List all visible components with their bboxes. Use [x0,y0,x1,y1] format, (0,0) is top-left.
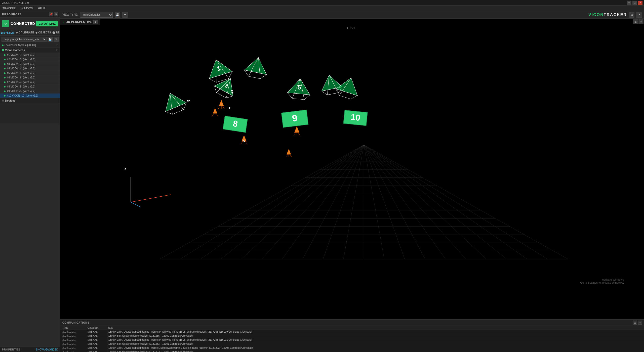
properties-label: PROPERTIES [2,348,21,351]
window-controls: ─ □ ✕ [627,1,642,5]
camera-dot [4,95,6,97]
system-tab-icon: ⊞ [1,31,3,34]
devices-header[interactable]: Devices [0,98,60,103]
maximize-button[interactable]: □ [632,1,637,5]
profile-save-button[interactable]: 💾 [48,37,53,42]
properties-bar: PROPERTIES SHOW ADVANCED [0,347,60,352]
log-category: MkSHAL [88,346,108,349]
app-title: VICON TRACKER 3.0 [2,1,29,4]
comms-expand-button[interactable]: ⊞ [633,321,637,325]
camera-name: #2 VICON -2- (Vero v2.2) [7,58,35,61]
log-time: 2023.02.2... [62,338,88,341]
tab-calibrate[interactable]: ◈ CALIBRATE [15,30,35,35]
vicon-cameras-label: Vicon Cameras [5,49,25,52]
close-toolbar-button[interactable]: ✕ [636,12,642,18]
camera-name: #9 VICON -9- (Vero v2.2) [7,90,35,93]
view-type-select[interactable]: initialCalibration [80,12,113,18]
camera-name: #6 VICON -6- (Vero v2.2) [7,76,35,79]
live-label: LIVE [347,26,357,30]
camera-name: #3 VICON -3- (Vero v2.2) [7,63,35,65]
communications-log-row[interactable]: 2023.02.2... MkSHAL [1809]> Error, Devic… [60,346,644,350]
go-offline-button[interactable]: GO OFFLINE [36,21,58,26]
minimize-button[interactable]: ─ [627,1,631,5]
communications-table-header: Time Category Text [60,326,644,330]
camera-item[interactable]: #4 VICON -4- (Vero v2.2) [0,66,60,71]
menu-help[interactable]: HELP [37,6,46,10]
camera-item[interactable]: #9 VICON -9- (Vero v2.2) [0,89,60,94]
camera-item[interactable]: #2 VICON -2- (Vero v2.2) [0,57,60,62]
camera-item[interactable]: #8 VICON -8- (Vero v2.2) [0,84,60,89]
viewport-expand-button[interactable]: ⊞ [633,19,638,24]
tab-objects-label: OBJECTS [38,31,51,34]
log-category: MkSHAL [88,350,108,352]
camera-item-selected[interactable]: #10 VICON -10- (Vero v2.2) [0,94,60,98]
communications-log-row[interactable]: 2023.02.2... MkSHAL [1809]> Soft resetti… [60,334,644,338]
log-time: 2023.02.2... [62,346,88,349]
menu-window[interactable]: WINDOW [20,6,34,10]
communications-panel: COMMUNICATIONS ⊞ ✕ Time Category Text 20… [60,319,644,352]
log-category: MkSHAL [88,342,108,345]
tab-system[interactable]: ⊞ SYSTEM [0,30,15,35]
local-vicon-system-left: Local Vicon System [300Hz] [2,44,36,47]
communications-log[interactable]: 2023.02.2... MkSHAL [1809]> Error, Devic… [60,330,644,352]
camera-item[interactable]: #3 VICON -3- (Vero v2.2) [0,62,60,66]
resources-pin-button[interactable]: 📌 [49,12,53,16]
perspective-check-icon: ✓ [62,20,65,24]
svg-point-0 [4,22,7,25]
text-column-header: Text [108,326,642,329]
tab-objects[interactable]: ◆ OBJECTS [35,30,52,35]
devices-dot [2,100,4,102]
communications-log-row[interactable]: 2023.02.2... MkSHAL [1809]> Soft resetti… [60,342,644,346]
camera-dot [4,54,6,56]
show-advanced-button[interactable]: SHOW ADVANCED [36,348,58,351]
profile-arrow-button[interactable]: ▼ [54,37,59,42]
comms-close-button[interactable]: ✕ [638,321,642,325]
menu-tracker[interactable]: TRACKER [2,6,17,10]
camera-item[interactable]: #6 VICON -6- (Vero v2.2) [0,75,60,80]
layout-button[interactable]: ⊞ [629,12,634,18]
communications-log-row[interactable]: 2023.02.2... MkSHAL [1809]> Error, Devic… [60,330,644,334]
vicon-cameras-header[interactable]: Vicon Cameras ▼ [0,48,60,53]
camera-item[interactable]: #1 VICON -1- (Vero v2.2) [0,53,60,57]
communications-log-row[interactable]: 2023.02.2... MkSHAL [1809]> Soft resetti… [60,350,644,352]
profile-select[interactable]: prophysics_inbetriebname_felix [2,37,47,42]
resources-close-button[interactable]: ✕ [54,12,58,16]
communications-title: COMMUNICATIONS [62,321,89,324]
log-category: MkSHAL [88,338,108,341]
local-vicon-system-header[interactable]: Local Vicon System [300Hz] ▼ [0,43,60,48]
local-vicon-arrow-icon: ▼ [56,44,58,47]
connected-icon [2,20,9,27]
log-text: [1809]> Soft resetting frame receiver [2… [108,334,642,337]
resources-header: RESOURCES 📌 ✕ [0,11,60,18]
camera-list: #1 VICON -1- (Vero v2.2) #2 VICON -2- (V… [0,53,60,98]
3d-scene-canvas[interactable] [60,19,644,319]
save-view-button[interactable]: 💾 [115,12,120,18]
log-text: [1809]> Soft resetting frame receiver [2… [108,342,642,345]
camera-item[interactable]: #7 VICON -7- (Vero v2.2) [0,80,60,84]
cameras-section-left: Vicon Cameras [2,49,25,52]
camera-dot [4,77,6,78]
tabs-bar: ⊞ SYSTEM ◈ CALIBRATE ◆ OBJECTS ⬤ RECORDI… [0,30,60,36]
log-text: [1809]> Error, Device skipped frames - f… [108,330,642,333]
view-type-label: VIEW TYPE: [62,13,78,16]
camera-dot [4,81,6,83]
right-area: VIEW TYPE: initialCalibration 💾 ▼ VICONT… [60,11,644,352]
log-category: MkSHAL [88,334,108,337]
viewport-settings-button[interactable]: ⚙ [93,20,98,24]
camera-item[interactable]: #5 VICON -5- (Vero v2.2) [0,71,60,75]
perspective-label: 3D PERSPECTIVE [66,20,92,23]
viewport-header: ✓ 3D PERSPECTIVE ⚙ [60,19,100,25]
cameras-section-arrow-icon: ▼ [56,49,58,52]
communications-controls: ⊞ ✕ [633,321,642,325]
connected-indicator: CONNECTED [2,20,35,27]
windows-activate-line2: Go to Settings to activate Windows. [580,281,624,284]
connection-status: CONNECTED GO OFFLINE [0,18,60,30]
time-column-header: Time [62,326,88,329]
viewport-close-button[interactable]: ✕ [638,19,643,24]
vicon-logo: VICONTRACKER [588,13,627,17]
view-arrow-button[interactable]: ▼ [122,12,128,18]
communications-log-row[interactable]: 2023.02.2... MkSHAL [1809]> Error, Devic… [60,338,644,342]
title-bar: VICON TRACKER 3.0 ─ □ ✕ [0,0,644,6]
close-button[interactable]: ✕ [638,1,642,5]
log-text: [1809]> Soft resetting frame receiver [2… [108,350,642,352]
